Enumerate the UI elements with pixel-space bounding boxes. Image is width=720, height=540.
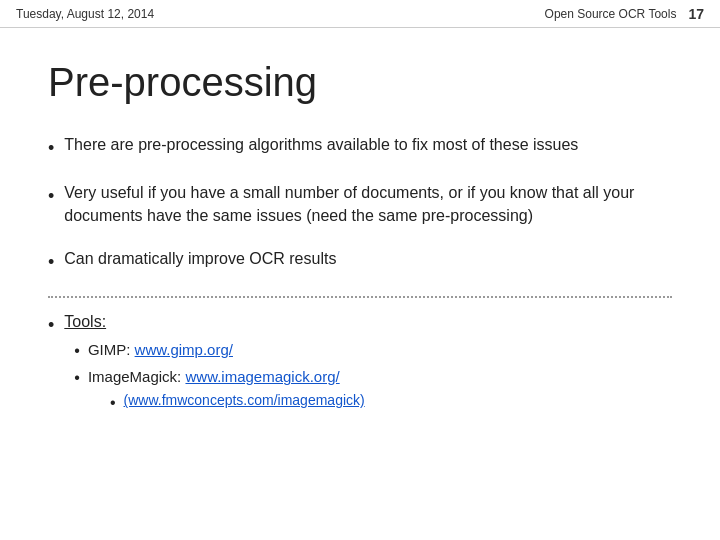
header-page: 17 <box>688 6 704 22</box>
header-title: Open Source OCR Tools <box>545 7 677 21</box>
main-content: Pre-processing • There are pre-processin… <box>0 28 720 465</box>
bullet-dot: • <box>74 367 80 389</box>
sub-sub-list-item: • (www.fmwconcepts.com/imagemagick) <box>110 391 365 414</box>
gimp-link[interactable]: www.gimp.org/ <box>135 341 233 358</box>
fmw-link[interactable]: (www.fmwconcepts.com/imagemagick) <box>124 391 365 411</box>
tools-label: Tools: <box>64 313 106 330</box>
bullet-dot: • <box>110 392 116 414</box>
dotted-divider <box>48 296 672 298</box>
sub-list-item: • ImageMagick: www.imagemagick.org/ • (w… <box>74 366 672 416</box>
header-bar: Tuesday, August 12, 2014 Open Source OCR… <box>0 0 720 28</box>
bullet-dot: • <box>48 183 54 209</box>
bullet-dot: • <box>48 249 54 275</box>
gimp-label: GIMP: <box>88 341 135 358</box>
bullet-dot: • <box>74 340 80 362</box>
sub-bullet-list: • GIMP: www.gimp.org/ • ImageMagick: www… <box>74 339 672 417</box>
bullet-text: Can dramatically improve OCR results <box>64 247 672 270</box>
bullet-list: • There are pre-processing algorithms av… <box>48 133 672 276</box>
list-item-tools: • Tools: • GIMP: www.gimp.org/ • <box>48 310 672 421</box>
gimp-text: GIMP: www.gimp.org/ <box>88 339 233 360</box>
imagemagick-label: ImageMagick: <box>88 368 186 385</box>
list-item: • Can dramatically improve OCR results <box>48 247 672 275</box>
tools-bullet-list: • Tools: • GIMP: www.gimp.org/ • <box>48 310 672 421</box>
sub-sub-bullet-list: • (www.fmwconcepts.com/imagemagick) <box>110 391 365 414</box>
tools-content: Tools: • GIMP: www.gimp.org/ • Im <box>64 310 672 421</box>
imagemagick-link[interactable]: www.imagemagick.org/ <box>185 368 339 385</box>
slide-title: Pre-processing <box>48 60 672 105</box>
header-right: Open Source OCR Tools 17 <box>545 6 704 22</box>
header-date: Tuesday, August 12, 2014 <box>16 7 154 21</box>
sub-list-item: • GIMP: www.gimp.org/ <box>74 339 672 362</box>
bullet-text: There are pre-processing algorithms avai… <box>64 133 672 156</box>
bullet-text: Very useful if you have a small number o… <box>64 181 672 227</box>
list-item: • Very useful if you have a small number… <box>48 181 672 227</box>
imagemagick-content: ImageMagick: www.imagemagick.org/ • (www… <box>88 366 365 416</box>
bullet-dot: • <box>48 135 54 161</box>
bullet-dot: • <box>48 312 54 338</box>
list-item: • There are pre-processing algorithms av… <box>48 133 672 161</box>
